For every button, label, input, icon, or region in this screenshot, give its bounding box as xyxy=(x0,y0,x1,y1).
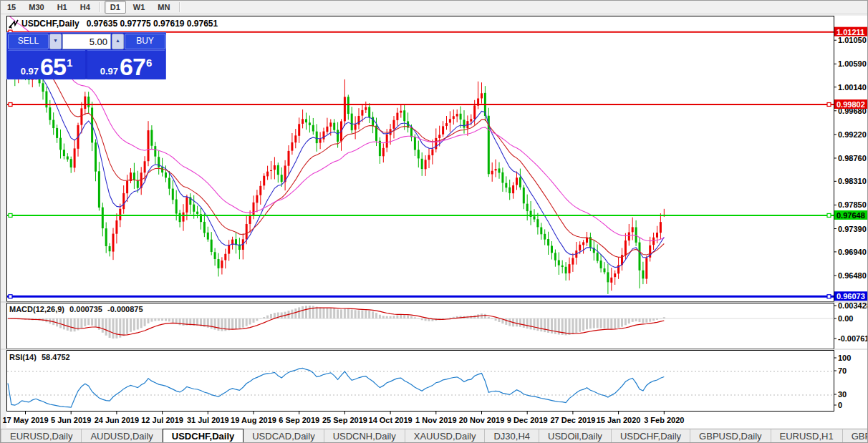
mt4-window: 15 M30 H1 H4 D1 W1 MN 1.010501.005901.00… xyxy=(0,0,868,443)
tab-gbpaud-h1[interactable]: GBPAUD,H1 xyxy=(843,429,868,443)
macd-value-signal: -0.000875 xyxy=(107,305,143,313)
macd-value-main: 0.000735 xyxy=(69,305,102,313)
svg-text:0.99802: 0.99802 xyxy=(836,100,865,109)
tab-usdoil-daily[interactable]: USDOil,Daily xyxy=(539,429,612,443)
ask-price-small: 0.97 xyxy=(100,67,118,77)
chart-title: USDCHF,Daily 0.97635 0.97775 0.97619 0.9… xyxy=(9,19,218,29)
tab-usdchf-daily-2[interactable]: USDCHF,Daily xyxy=(612,429,690,443)
svg-text:20 Nov 2019: 20 Nov 2019 xyxy=(459,416,505,424)
tab-usdchf-daily[interactable]: USDCHF,Daily xyxy=(163,429,243,443)
svg-text:6 Sep 2019: 6 Sep 2019 xyxy=(279,416,319,424)
svg-text:5 Jun 2019: 5 Jun 2019 xyxy=(51,416,91,424)
sell-button[interactable]: SELL xyxy=(8,34,49,49)
tab-audusd-daily[interactable]: AUDUSD,Daily xyxy=(82,429,162,443)
svg-text:30: 30 xyxy=(838,390,847,399)
buy-button[interactable]: BUY xyxy=(125,34,165,49)
tab-usdcad-daily[interactable]: USDCAD,Daily xyxy=(243,429,324,443)
one-click-trading-panel: SELL ▼ ▲ BUY 0.97 65 1 0.97 67 6 xyxy=(6,32,166,79)
svg-text:15 Jan 2020: 15 Jan 2020 xyxy=(597,416,641,424)
svg-text:1.01211: 1.01211 xyxy=(836,28,864,36)
tab-eurusd-daily[interactable]: EURUSD,Daily xyxy=(1,429,82,443)
svg-text:31 Jul 2019: 31 Jul 2019 xyxy=(187,416,229,424)
svg-text:0.98310: 0.98310 xyxy=(838,177,867,185)
svg-text:27 Dec 2019: 27 Dec 2019 xyxy=(550,416,595,424)
svg-text:0.00: 0.00 xyxy=(838,314,853,323)
lot-increase-button[interactable]: ▲ xyxy=(112,34,124,49)
svg-text:0.96073: 0.96073 xyxy=(836,292,865,301)
sell-price-box[interactable]: 0.97 65 1 xyxy=(8,50,85,79)
tab-dj30-h4[interactable]: DJ30,H4 xyxy=(485,429,539,443)
svg-text:0.003428: 0.003428 xyxy=(838,301,868,310)
svg-text:9 Dec 2019: 9 Dec 2019 xyxy=(507,416,548,424)
svg-text:0.96940: 0.96940 xyxy=(838,248,867,256)
svg-text:19 Aug 2019: 19 Aug 2019 xyxy=(231,416,276,424)
macd-name: MACD(12,26,9) xyxy=(9,305,64,313)
bid-price-small: 0.97 xyxy=(21,67,39,77)
svg-text:17 May 2019: 17 May 2019 xyxy=(2,416,48,424)
svg-text:100: 100 xyxy=(838,354,851,362)
chart-title-symbol: USDCHF,Daily xyxy=(21,19,79,29)
svg-text:1.00590: 1.00590 xyxy=(838,59,867,68)
svg-text:0: 0 xyxy=(838,401,842,409)
svg-text:0.97648: 0.97648 xyxy=(836,211,865,220)
bid-price-sup: 1 xyxy=(67,51,72,75)
rsi-label: RSI(14) 58.4752 xyxy=(9,353,73,361)
lot-size-input[interactable] xyxy=(62,34,111,49)
chart-title-ohlc: 0.97635 0.97775 0.97619 0.97651 xyxy=(87,19,218,29)
svg-text:0.99220: 0.99220 xyxy=(838,130,867,139)
svg-text:25 Sep 2019: 25 Sep 2019 xyxy=(322,416,367,424)
lot-decrease-button[interactable]: ▼ xyxy=(49,34,62,49)
svg-text:1.01050: 1.01050 xyxy=(838,36,867,44)
rsi-value: 58.4752 xyxy=(42,353,70,361)
svg-text:0.96480: 0.96480 xyxy=(838,271,867,280)
bid-price-big: 65 xyxy=(40,57,66,77)
rsi-name: RSI(14) xyxy=(9,353,37,361)
buy-price-box[interactable]: 0.97 67 6 xyxy=(87,50,165,79)
tab-usdcnh-daily[interactable]: USDCNH,Daily xyxy=(324,429,405,443)
svg-text:0.97390: 0.97390 xyxy=(838,225,867,233)
svg-text:14 Oct 2019: 14 Oct 2019 xyxy=(369,416,413,424)
svg-text:1.00140: 1.00140 xyxy=(838,83,867,92)
chevron-up-icon: ▲ xyxy=(115,38,120,43)
chart-tab-bar: EURUSD,Daily AUDUSD,Daily USDCHF,Daily U… xyxy=(1,429,868,443)
ask-price-sup: 6 xyxy=(146,51,152,75)
chart-symbol-icon xyxy=(9,19,19,29)
tab-gbpusd-daily[interactable]: GBPUSD,Daily xyxy=(690,429,771,443)
svg-text:24 Jun 2019: 24 Jun 2019 xyxy=(95,416,139,424)
chevron-down-icon: ▼ xyxy=(53,38,58,43)
svg-text:1 Nov 2019: 1 Nov 2019 xyxy=(415,416,456,424)
svg-text:0.97850: 0.97850 xyxy=(838,200,867,209)
macd-label: MACD(12,26,9) 0.000735 -0.000875 xyxy=(9,305,146,313)
svg-text:3 Feb 2020: 3 Feb 2020 xyxy=(644,416,684,424)
tab-xauusd-daily[interactable]: XAUUSD,Daily xyxy=(405,429,486,443)
svg-text:0.98760: 0.98760 xyxy=(838,154,867,162)
svg-text:-0.007615: -0.007615 xyxy=(838,334,868,343)
tab-eurusd-h1[interactable]: EURUSD,H1 xyxy=(771,429,843,443)
svg-text:12 Jul 2019: 12 Jul 2019 xyxy=(141,416,183,424)
svg-text:70: 70 xyxy=(838,366,847,375)
ask-price-big: 67 xyxy=(120,57,145,77)
